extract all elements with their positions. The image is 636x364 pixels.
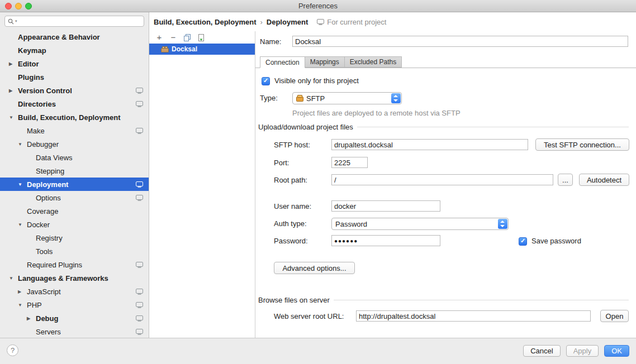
chevron-down-icon[interactable]: ▼ <box>9 276 18 281</box>
breadcrumb-separator-icon: › <box>260 18 262 26</box>
sidebar-item-label: Stepping <box>36 167 64 175</box>
sidebar-item-keymap[interactable]: Keymap <box>0 44 149 57</box>
breadcrumb-parent[interactable]: Build, Execution, Deployment <box>154 18 256 26</box>
web-root-input[interactable] <box>356 310 591 322</box>
visible-only-checkbox[interactable] <box>262 77 270 85</box>
sidebar-item-label: Docker <box>27 221 50 229</box>
search-icon <box>8 18 14 25</box>
chevron-down-icon[interactable]: ▼ <box>18 303 27 308</box>
group-separator-line <box>357 127 629 127</box>
preferences-window: Preferences ▾ Appearance & BehaviorKeyma… <box>0 0 636 364</box>
sidebar-item-label: PHP <box>27 301 42 309</box>
sidebar-item-label: Tools <box>36 247 53 256</box>
current-project-monitor-icon <box>136 88 143 94</box>
search-input[interactable] <box>18 17 141 26</box>
docksal-server-icon <box>161 46 169 52</box>
import-icon <box>198 34 205 41</box>
sidebar-item-label: Directories <box>18 100 56 108</box>
auth-type-select[interactable]: Password <box>331 218 509 230</box>
titlebar[interactable]: Preferences <box>0 0 636 12</box>
chevron-down-icon[interactable]: ▼ <box>18 222 27 227</box>
chevron-right-icon[interactable]: ▶ <box>9 88 18 93</box>
password-input[interactable] <box>331 235 440 246</box>
sidebar-item-registry[interactable]: Registry <box>0 231 149 245</box>
auth-type-select-value: Password <box>335 220 367 228</box>
help-button[interactable]: ? <box>7 344 18 356</box>
chevron-right-icon[interactable]: ▶ <box>18 289 27 294</box>
save-password-checkbox[interactable] <box>519 237 527 246</box>
import-server-button[interactable] <box>197 33 206 42</box>
minimize-button[interactable] <box>15 3 22 9</box>
close-button[interactable] <box>5 3 12 9</box>
sftp-host-input[interactable] <box>331 139 528 150</box>
sidebar-item-coverage[interactable]: Coverage <box>0 204 149 218</box>
browse-root-path-button[interactable]: ... <box>558 174 573 186</box>
open-button[interactable]: Open <box>600 310 629 322</box>
sidebar-item-javascript[interactable]: ▶JavaScript <box>0 285 149 298</box>
sidebar-item-editor[interactable]: ▶Editor <box>0 57 149 70</box>
chevron-down-icon[interactable]: ▼ <box>18 182 27 187</box>
settings-sidebar: ▾ Appearance & BehaviorKeymap▶EditorPlug… <box>0 12 149 338</box>
save-password-label: Save password <box>531 237 581 246</box>
sidebar-item-version-control[interactable]: ▶Version Control <box>0 84 149 97</box>
sidebar-item-debug[interactable]: ▶Debug <box>0 312 149 325</box>
sidebar-item-label: Languages & Frameworks <box>18 274 108 282</box>
sidebar-item-plugins[interactable]: Plugins <box>0 70 149 84</box>
current-project-monitor-icon <box>136 262 143 268</box>
chevron-right-icon[interactable]: ▶ <box>9 61 18 66</box>
search-field[interactable]: ▾ <box>4 16 144 27</box>
sidebar-item-stepping[interactable]: Stepping <box>0 164 149 178</box>
upload-group-header: Upload/download project files <box>258 123 629 131</box>
dropdown-stepper-icon <box>391 93 401 103</box>
window-content: ▾ Appearance & BehaviorKeymap▶EditorPlug… <box>0 12 636 338</box>
name-input[interactable] <box>292 36 628 47</box>
sidebar-item-appearance-behavior[interactable]: Appearance & Behavior <box>0 30 149 44</box>
port-input[interactable] <box>331 157 368 168</box>
user-name-input[interactable] <box>331 200 440 212</box>
sidebar-item-label: Data Views <box>36 154 73 162</box>
current-project-monitor-icon <box>136 329 143 335</box>
cancel-button[interactable]: Cancel <box>523 345 560 357</box>
zoom-button[interactable] <box>25 3 32 9</box>
add-server-button[interactable]: + <box>155 33 164 42</box>
chevron-right-icon[interactable]: ▶ <box>27 316 36 321</box>
remove-server-button[interactable]: − <box>169 33 178 42</box>
ok-button[interactable]: OK <box>604 345 629 357</box>
sidebar-item-required-plugins[interactable]: Required Plugins <box>0 258 149 271</box>
advanced-options-button[interactable]: Advanced options... <box>274 262 355 274</box>
tab-connection[interactable]: Connection <box>260 56 305 68</box>
sidebar-item-directories[interactable]: Directories <box>0 97 149 111</box>
tab-mappings[interactable]: Mappings <box>305 56 345 68</box>
autodetect-button[interactable]: Autodetect <box>579 174 629 186</box>
chevron-down-icon[interactable]: ▼ <box>9 115 18 120</box>
copy-server-button[interactable] <box>183 33 192 42</box>
test-sftp-connection-button[interactable]: Test SFTP connection... <box>535 138 629 151</box>
sidebar-item-tools[interactable]: Tools <box>0 245 149 258</box>
sidebar-item-label: Deployment <box>27 180 68 189</box>
server-list-item-docksal[interactable]: Docksal <box>149 44 255 55</box>
sidebar-item-debugger[interactable]: ▼Debugger <box>0 137 149 151</box>
server-list-toolbar: + − <box>149 31 255 44</box>
sidebar-item-options[interactable]: Options <box>0 191 149 204</box>
apply-button[interactable]: Apply <box>566 345 599 357</box>
upload-group-title: Upload/download project files <box>258 123 353 131</box>
root-path-input[interactable] <box>331 174 553 185</box>
breadcrumb: Build, Execution, Deployment › Deploymen… <box>149 12 636 31</box>
chevron-down-icon[interactable]: ▼ <box>18 142 27 147</box>
type-select[interactable]: SFTP <box>292 92 402 104</box>
type-hint: Project files are deployed to a remote h… <box>292 109 461 117</box>
sidebar-item-make[interactable]: Make <box>0 124 149 137</box>
sidebar-item-php[interactable]: ▼PHP <box>0 298 149 312</box>
current-project-monitor-icon <box>136 195 143 201</box>
copy-icon <box>184 34 191 41</box>
browse-group-title: Browse files on server <box>258 296 330 304</box>
sidebar-item-label: Build, Execution, Deployment <box>18 113 120 122</box>
sidebar-item-servers[interactable]: Servers <box>0 325 149 338</box>
sidebar-item-languages-frameworks[interactable]: ▼Languages & Frameworks <box>0 271 149 285</box>
sidebar-item-build-execution-deployment[interactable]: ▼Build, Execution, Deployment <box>0 111 149 124</box>
current-project-monitor-icon <box>136 128 143 134</box>
sidebar-item-deployment[interactable]: ▼Deployment <box>0 178 149 191</box>
tab-excluded-paths[interactable]: Excluded Paths <box>344 56 402 68</box>
sidebar-item-docker[interactable]: ▼Docker <box>0 218 149 231</box>
sidebar-item-data-views[interactable]: Data Views <box>0 151 149 164</box>
